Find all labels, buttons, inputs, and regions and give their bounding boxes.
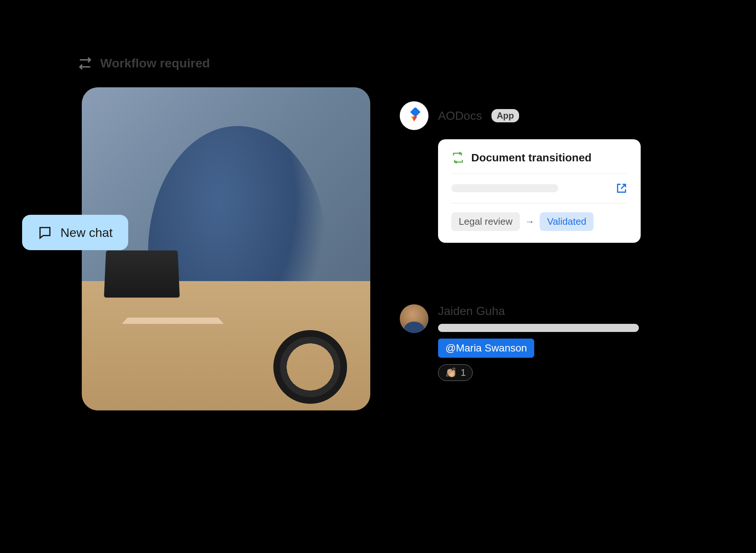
clap-emoji-icon: 👏🏼 [445,367,457,378]
aodocs-app-header: AODocs App [400,101,519,130]
card-middle [451,174,627,203]
reaction-count: 1 [461,367,466,378]
mention-chip[interactable]: @Maria Swanson [438,339,534,358]
new-chat-label: New chat [60,225,113,240]
app-badge: App [491,109,519,122]
reaction-pill[interactable]: 👏🏼 1 [438,364,473,381]
chat-bubble-icon [38,225,52,240]
workflow-title: Workflow required [100,56,210,70]
aodocs-avatar [400,101,428,130]
hero-photo-content [82,87,370,410]
repeat-icon [78,56,92,70]
document-name-placeholder [451,184,558,192]
status-to: Validated [540,212,594,231]
card-title: Document transitioned [471,151,592,164]
status-from: Legal review [451,212,520,231]
chat-workflow-showcase: Workflow required New chat [0,0,756,553]
card-header: Document transitioned [451,151,627,174]
user-message: Jaiden Guha @Maria Swanson 👏🏼 1 [400,304,639,381]
aodocs-name: AODocs [438,109,482,123]
new-chat-button[interactable]: New chat [22,215,128,250]
user-avatar[interactable] [400,304,428,333]
user-name: Jaiden Guha [438,304,639,318]
hero-photo [82,87,370,410]
svg-rect-0 [410,108,420,117]
message-text-placeholder [438,324,639,332]
status-transition: Legal review → Validated [451,203,627,231]
aodocs-logo-icon [406,108,422,124]
arrow-right-icon: → [525,216,535,227]
document-transitioned-card[interactable]: Document transitioned Legal review → Val… [438,139,641,243]
workflow-header: Workflow required [78,56,210,70]
message-body: Jaiden Guha @Maria Swanson 👏🏼 1 [438,304,639,381]
transition-arrow-icon [451,151,465,164]
open-external-icon[interactable] [616,182,627,194]
